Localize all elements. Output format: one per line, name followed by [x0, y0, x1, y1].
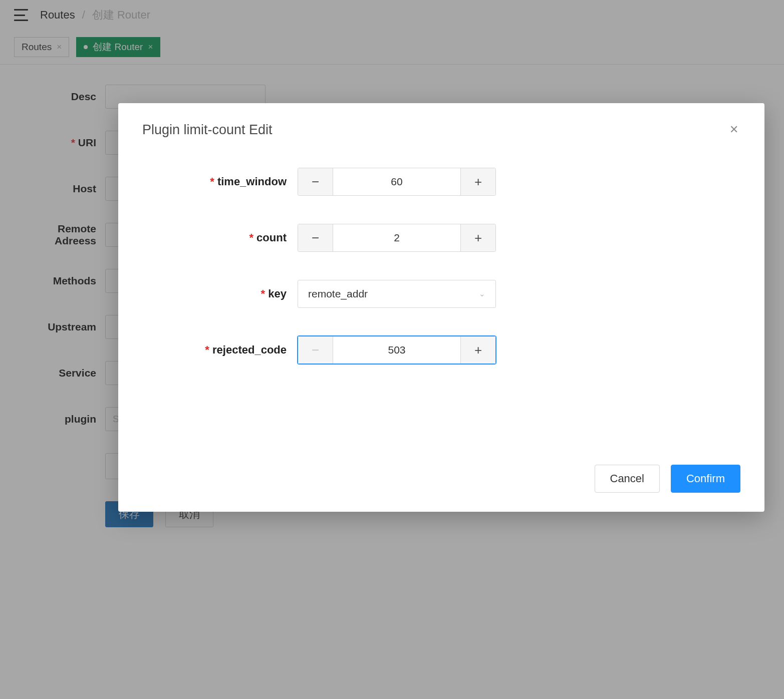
stepper-count: − 2 +: [298, 224, 496, 252]
label-key: key: [142, 287, 298, 300]
select-key[interactable]: remote_addr ⌄: [298, 280, 496, 308]
close-icon[interactable]: ✕: [727, 122, 740, 137]
label-rejected-code: rejected_code: [142, 343, 298, 357]
time-window-increment-button[interactable]: +: [460, 168, 495, 195]
modal-header: Plugin limit-count Edit ✕: [118, 103, 764, 138]
modal-title: Plugin limit-count Edit: [142, 122, 273, 138]
label-time-window: time_window: [142, 175, 298, 188]
chevron-down-icon: ⌄: [479, 289, 485, 298]
label-count: count: [142, 231, 298, 244]
select-key-value: remote_addr: [308, 288, 368, 300]
rejected-code-decrement-button[interactable]: −: [298, 336, 333, 364]
time-window-decrement-button[interactable]: −: [298, 168, 333, 195]
modal-cancel-button[interactable]: Cancel: [595, 465, 660, 493]
time-window-input[interactable]: 60: [333, 168, 460, 195]
count-input[interactable]: 2: [333, 224, 460, 251]
modal-body: time_window − 60 + count − 2 + key remot…: [118, 138, 764, 465]
stepper-rejected-code: − 503 +: [298, 336, 496, 364]
modal-footer: Cancel Confirm: [118, 465, 764, 512]
modal-confirm-button[interactable]: Confirm: [671, 465, 740, 493]
count-increment-button[interactable]: +: [460, 224, 495, 251]
modal-plugin-edit: Plugin limit-count Edit ✕ time_window − …: [118, 103, 764, 512]
rejected-code-increment-button[interactable]: +: [460, 336, 495, 364]
stepper-time-window: − 60 +: [298, 168, 496, 196]
count-decrement-button[interactable]: −: [298, 224, 333, 251]
rejected-code-input[interactable]: 503: [333, 336, 460, 364]
